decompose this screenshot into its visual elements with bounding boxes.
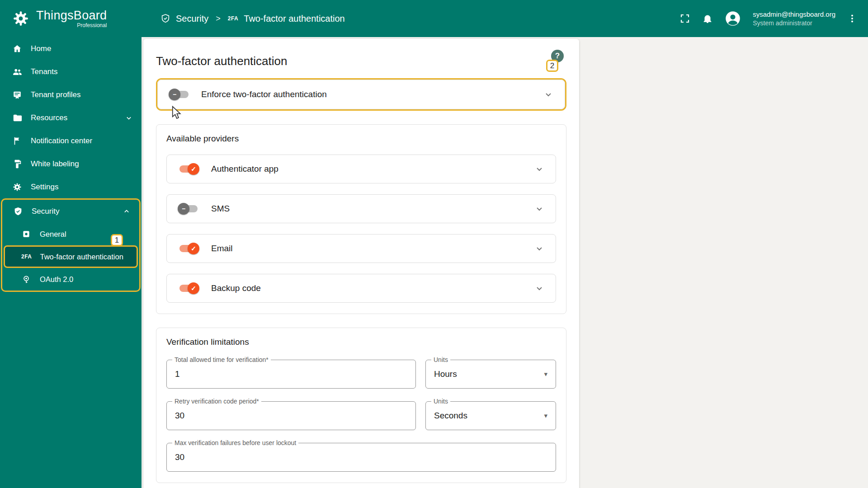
sidebar-item-white-labeling[interactable]: White labeling	[0, 152, 142, 175]
annotation-badge-1: 1	[111, 234, 123, 246]
sidebar-item-tenant-profiles[interactable]: Tenant profiles	[0, 83, 142, 106]
kebab-menu-icon[interactable]	[847, 14, 857, 23]
total-time-row: Total allowed time for verification* 1 U…	[166, 360, 556, 389]
app-root: ThingsBoard Professional Security > 2FA …	[0, 0, 868, 488]
email-toggle[interactable]: ✓	[178, 243, 199, 254]
sidebar-item-label: Tenants	[31, 67, 58, 76]
authenticator-app-toggle[interactable]: ✓	[178, 163, 199, 175]
field-value: 30	[175, 411, 184, 421]
toggle-thumb-minus-icon: −	[169, 89, 180, 100]
shield-icon	[13, 206, 24, 217]
sidebar-item-label: General	[40, 230, 66, 239]
provider-authenticator-app[interactable]: ✓ Authenticator app	[166, 155, 556, 183]
annotation-badge-2: 2	[546, 60, 558, 72]
sidebar-item-notification-center[interactable]: Notification center	[0, 129, 142, 152]
sidebar: Home Tenants Tenant profiles Resources	[0, 37, 142, 488]
fullscreen-icon[interactable]	[679, 13, 690, 24]
chevron-down-icon	[534, 243, 545, 254]
chevron-down-icon	[543, 89, 554, 100]
field-label: Units	[431, 356, 450, 363]
chevron-down-icon	[534, 283, 545, 294]
verification-limitations-section: Verification limitations Total allowed t…	[156, 328, 566, 483]
brand-logo[interactable]: ThingsBoard Professional	[0, 9, 142, 28]
provider-label: Email	[211, 244, 233, 253]
retry-period-field[interactable]: Retry verification code period* 30	[166, 401, 416, 430]
sidebar-item-label: Home	[31, 44, 51, 53]
general-settings-icon	[21, 229, 32, 239]
brand-name: ThingsBoard	[36, 9, 107, 22]
enforce-2fa-panel[interactable]: − Enforce two-factor authentication	[157, 80, 565, 109]
sidebar-item-security[interactable]: Security	[2, 200, 139, 223]
avatar[interactable]	[725, 10, 741, 27]
max-failures-row: Max verification failures before user lo…	[166, 443, 556, 472]
sidebar-item-label: Two-factor authentication	[40, 253, 123, 261]
provider-label: SMS	[211, 204, 230, 214]
provider-backup-code[interactable]: ✓ Backup code	[166, 274, 556, 303]
available-providers-section: Available providers ✓ Authenticator app …	[156, 124, 566, 314]
toggle-thumb-minus-icon: −	[178, 203, 189, 215]
field-value: Hours	[434, 369, 457, 379]
sidebar-item-resources[interactable]: Resources	[0, 106, 142, 129]
sidebar-item-oauth[interactable]: OAuth 2.0	[2, 268, 139, 291]
user-info: sysadmin@thingsboard.org System administ…	[753, 10, 835, 27]
sms-toggle[interactable]: −	[178, 203, 199, 215]
field-label: Units	[431, 398, 450, 405]
provider-email[interactable]: ✓ Email	[166, 234, 556, 263]
badge-icon	[12, 89, 23, 100]
sidebar-item-settings[interactable]: Settings	[0, 175, 142, 198]
shield-icon	[160, 14, 170, 23]
retry-period-row: Retry verification code period* 30 Units…	[166, 401, 556, 430]
main-content: Two-factor authentication ? 2 − Enforce …	[142, 37, 868, 488]
top-bar: ThingsBoard Professional Security > 2FA …	[0, 0, 868, 37]
breadcrumb-security[interactable]: Security	[176, 14, 208, 24]
2fa-icon: 2FA	[228, 15, 239, 22]
max-failures-field[interactable]: Max verification failures before user lo…	[166, 443, 556, 472]
total-time-units-select[interactable]: Units Hours ▾	[425, 360, 556, 389]
providers-heading: Available providers	[166, 134, 556, 144]
sidebar-item-home[interactable]: Home	[0, 37, 142, 60]
limitations-heading: Verification limitations	[166, 337, 556, 347]
chevron-up-icon	[121, 206, 132, 217]
field-value: 1	[175, 369, 180, 379]
provider-label: Backup code	[211, 283, 261, 293]
field-value: 30	[175, 452, 184, 462]
home-icon	[12, 43, 23, 54]
user-email: sysadmin@thingsboard.org	[753, 10, 835, 19]
breadcrumb: Security > 2FA Two-factor authentication	[142, 14, 345, 24]
flag-icon	[12, 136, 23, 146]
sidebar-item-label: Tenant profiles	[31, 90, 81, 99]
sidebar-item-label: Notification center	[31, 136, 92, 145]
sidebar-item-label: OAuth 2.0	[40, 275, 73, 284]
thingsboard-logo-icon	[11, 9, 31, 28]
select-arrow-icon: ▾	[544, 370, 547, 378]
sidebar-item-label: Security	[32, 207, 59, 216]
gear-icon	[12, 182, 23, 192]
enforce-2fa-toggle[interactable]: −	[169, 89, 190, 100]
chevron-down-icon	[123, 113, 134, 123]
enforce-2fa-label: Enforce two-factor authentication	[201, 89, 327, 99]
header-actions: sysadmin@thingsboard.org System administ…	[679, 10, 868, 27]
sidebar-item-label: Settings	[31, 183, 58, 192]
breadcrumb-page-title: Two-factor authentication	[244, 14, 344, 24]
enforce-annotation-outline: − Enforce two-factor authentication	[156, 78, 566, 111]
field-label: Max verification failures before user lo…	[172, 439, 298, 446]
security-group-annotation: Security General 2FA Two-factor authenti…	[1, 198, 141, 292]
sidebar-item-tenants[interactable]: Tenants	[0, 60, 142, 83]
total-time-field[interactable]: Total allowed time for verification* 1	[166, 360, 416, 389]
oauth-icon	[21, 274, 32, 285]
paint-icon	[12, 159, 23, 169]
people-icon	[12, 66, 23, 77]
field-label: Retry verification code period*	[172, 398, 261, 405]
sidebar-item-two-factor-authentication[interactable]: 2FA Two-factor authentication	[4, 245, 138, 268]
field-label: Total allowed time for verification*	[172, 356, 271, 363]
select-arrow-icon: ▾	[544, 412, 547, 420]
toggle-thumb-check-icon: ✓	[188, 243, 199, 254]
brand-edition: Professional	[77, 23, 107, 28]
backup-code-toggle[interactable]: ✓	[178, 282, 199, 294]
retry-period-units-select[interactable]: Units Seconds ▾	[425, 401, 556, 430]
brand-text: ThingsBoard Professional	[36, 9, 107, 28]
chevron-down-icon	[534, 203, 545, 214]
notifications-bell-icon[interactable]	[702, 13, 713, 24]
provider-sms[interactable]: − SMS	[166, 194, 556, 223]
field-value: Seconds	[434, 411, 467, 421]
